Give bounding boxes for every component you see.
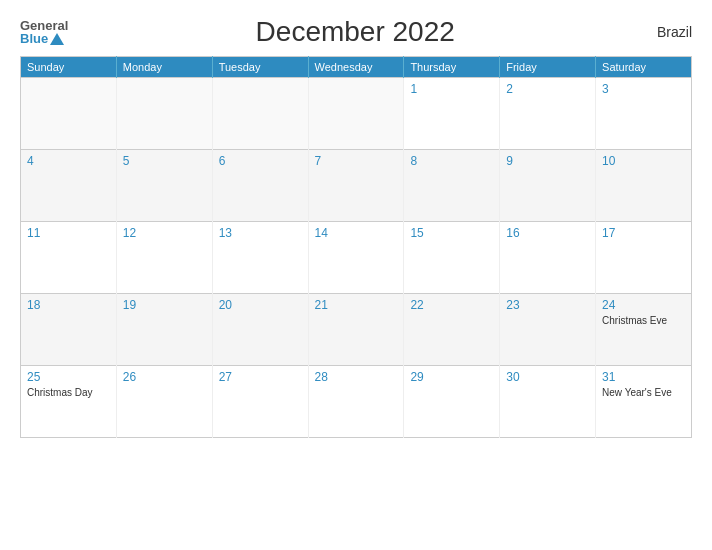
- calendar-week-row: 18192021222324Christmas Eve: [21, 294, 692, 366]
- day-number: 12: [123, 226, 206, 240]
- day-number: 28: [315, 370, 398, 384]
- day-number: 11: [27, 226, 110, 240]
- day-number: 4: [27, 154, 110, 168]
- calendar-day-cell: [116, 78, 212, 150]
- calendar-day-cell: 19: [116, 294, 212, 366]
- day-event: Christmas Day: [27, 386, 110, 399]
- day-number: 31: [602, 370, 685, 384]
- weekday-header: Wednesday: [308, 57, 404, 78]
- calendar-day-cell: 24Christmas Eve: [596, 294, 692, 366]
- calendar-day-cell: 28: [308, 366, 404, 438]
- calendar-day-cell: 9: [500, 150, 596, 222]
- calendar-day-cell: 11: [21, 222, 117, 294]
- day-number: 7: [315, 154, 398, 168]
- calendar-day-cell: 17: [596, 222, 692, 294]
- country-label: Brazil: [642, 24, 692, 40]
- day-number: 22: [410, 298, 493, 312]
- logo-triangle-icon: [50, 33, 64, 45]
- day-number: 26: [123, 370, 206, 384]
- calendar-day-cell: 7: [308, 150, 404, 222]
- day-number: 21: [315, 298, 398, 312]
- weekday-header: Friday: [500, 57, 596, 78]
- day-number: 25: [27, 370, 110, 384]
- day-number: 5: [123, 154, 206, 168]
- day-number: 24: [602, 298, 685, 312]
- day-number: 1: [410, 82, 493, 96]
- day-number: 27: [219, 370, 302, 384]
- day-number: 18: [27, 298, 110, 312]
- calendar-day-cell: 25Christmas Day: [21, 366, 117, 438]
- calendar-day-cell: 29: [404, 366, 500, 438]
- calendar-day-cell: 18: [21, 294, 117, 366]
- day-number: 16: [506, 226, 589, 240]
- weekday-header: Thursday: [404, 57, 500, 78]
- calendar-day-cell: 2: [500, 78, 596, 150]
- calendar-day-cell: 5: [116, 150, 212, 222]
- calendar-day-cell: 3: [596, 78, 692, 150]
- page-title: December 2022: [68, 16, 642, 48]
- calendar-day-cell: 15: [404, 222, 500, 294]
- calendar-day-cell: 14: [308, 222, 404, 294]
- calendar-day-cell: [21, 78, 117, 150]
- day-number: 6: [219, 154, 302, 168]
- calendar-day-cell: 23: [500, 294, 596, 366]
- calendar-day-cell: 20: [212, 294, 308, 366]
- day-number: 30: [506, 370, 589, 384]
- calendar-day-cell: 30: [500, 366, 596, 438]
- day-number: 3: [602, 82, 685, 96]
- calendar-day-cell: 8: [404, 150, 500, 222]
- page-header: General Blue December 2022 Brazil: [20, 16, 692, 48]
- day-number: 17: [602, 226, 685, 240]
- day-number: 8: [410, 154, 493, 168]
- calendar-day-cell: 13: [212, 222, 308, 294]
- calendar-day-cell: 27: [212, 366, 308, 438]
- day-number: 14: [315, 226, 398, 240]
- day-number: 29: [410, 370, 493, 384]
- calendar-day-cell: 10: [596, 150, 692, 222]
- calendar-week-row: 123: [21, 78, 692, 150]
- calendar-day-cell: 31New Year's Eve: [596, 366, 692, 438]
- day-number: 2: [506, 82, 589, 96]
- calendar-page: General Blue December 2022 Brazil Sunday…: [0, 0, 712, 550]
- weekday-header: Sunday: [21, 57, 117, 78]
- weekday-header: Saturday: [596, 57, 692, 78]
- calendar-table: SundayMondayTuesdayWednesdayThursdayFrid…: [20, 56, 692, 438]
- day-number: 13: [219, 226, 302, 240]
- day-number: 10: [602, 154, 685, 168]
- calendar-day-cell: 4: [21, 150, 117, 222]
- day-number: 9: [506, 154, 589, 168]
- day-event: New Year's Eve: [602, 386, 685, 399]
- calendar-day-cell: 26: [116, 366, 212, 438]
- svg-marker-0: [50, 33, 64, 45]
- calendar-day-cell: 22: [404, 294, 500, 366]
- weekday-header: Monday: [116, 57, 212, 78]
- calendar-day-cell: 6: [212, 150, 308, 222]
- calendar-day-cell: [212, 78, 308, 150]
- calendar-day-cell: 21: [308, 294, 404, 366]
- logo: General Blue: [20, 19, 68, 45]
- day-number: 20: [219, 298, 302, 312]
- calendar-day-cell: 12: [116, 222, 212, 294]
- day-number: 19: [123, 298, 206, 312]
- weekday-header: Tuesday: [212, 57, 308, 78]
- calendar-week-row: 25Christmas Day262728293031New Year's Ev…: [21, 366, 692, 438]
- calendar-day-cell: 1: [404, 78, 500, 150]
- calendar-day-cell: [308, 78, 404, 150]
- calendar-week-row: 11121314151617: [21, 222, 692, 294]
- day-number: 15: [410, 226, 493, 240]
- calendar-day-cell: 16: [500, 222, 596, 294]
- day-event: Christmas Eve: [602, 314, 685, 327]
- day-number: 23: [506, 298, 589, 312]
- logo-blue-text: Blue: [20, 32, 48, 45]
- calendar-week-row: 45678910: [21, 150, 692, 222]
- calendar-header-row: SundayMondayTuesdayWednesdayThursdayFrid…: [21, 57, 692, 78]
